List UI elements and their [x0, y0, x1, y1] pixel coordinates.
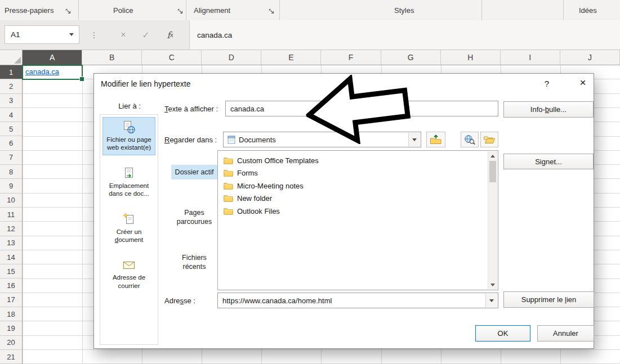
- remove-link-button[interactable]: Supprimer le lien: [503, 291, 594, 308]
- row-header[interactable]: 11: [0, 208, 22, 222]
- link-to-label: Lier à :: [110, 102, 149, 110]
- row-header[interactable]: 9: [0, 179, 22, 193]
- insert-function-button[interactable]: fx: [161, 20, 179, 50]
- confirm-entry-button[interactable]: ✓: [137, 20, 155, 50]
- formula-input[interactable]: canada.ca: [190, 20, 620, 50]
- file-list-scrollbar[interactable]: [488, 151, 497, 289]
- row-header[interactable]: 21: [0, 350, 22, 364]
- address-dropdown-button[interactable]: [485, 294, 497, 307]
- row-header[interactable]: 15: [0, 264, 22, 278]
- row-header[interactable]: 1: [0, 65, 22, 79]
- alignment-dialog-launcher-icon[interactable]: [269, 7, 275, 13]
- font-dialog-launcher-icon[interactable]: [177, 7, 184, 13]
- column-header-label: B: [109, 53, 114, 62]
- row-header[interactable]: 3: [0, 94, 22, 108]
- look-in-dropdown-button[interactable]: [408, 133, 420, 146]
- screentip-button[interactable]: Info-bulle...: [503, 101, 594, 118]
- nav-browsed-pages[interactable]: Pages parcourues: [171, 205, 217, 230]
- file-list-item[interactable]: Outlook Files: [218, 205, 488, 218]
- browse-web-button[interactable]: [461, 132, 479, 147]
- fill-handle[interactable]: [79, 77, 84, 82]
- row-header[interactable]: 8: [0, 165, 22, 179]
- dialog-title: Modifier le lien hypertexte: [101, 79, 191, 88]
- look-in-combobox[interactable]: Documents: [223, 132, 421, 147]
- scroll-down-button[interactable]: [488, 280, 497, 289]
- scroll-up-button[interactable]: [488, 151, 497, 160]
- ribbon-divider: [78, 0, 79, 20]
- cell-A1[interactable]: canada.ca: [22, 65, 83, 80]
- existing-file-or-webpage-icon: [122, 120, 136, 134]
- cell-A1-hyperlink[interactable]: canada.ca: [23, 66, 82, 78]
- file-list-item[interactable]: Forms: [218, 167, 488, 180]
- row-header[interactable]: 19: [0, 321, 22, 335]
- column-header[interactable]: G: [381, 50, 441, 65]
- row-header[interactable]: 13: [0, 236, 22, 250]
- browse-files-button[interactable]: [480, 132, 498, 147]
- row-header-label: 21: [7, 353, 15, 361]
- row-headers: 1 2 3 4 5 6 7 8 9 10 11 12 13 14 15: [0, 65, 23, 364]
- address-combobox[interactable]: [217, 293, 498, 308]
- file-list-item[interactable]: New folder: [218, 192, 488, 205]
- column-header[interactable]: I: [501, 50, 560, 65]
- up-one-folder-button[interactable]: [426, 132, 445, 147]
- row-header[interactable]: 10: [0, 194, 22, 208]
- file-list-item[interactable]: Micro-Meeting notes: [218, 179, 488, 192]
- column-header[interactable]: H: [441, 50, 501, 65]
- row-header[interactable]: 14: [0, 250, 22, 264]
- link-to-sidebar: Fichier ou page web existant(e) Emplacem…: [100, 114, 158, 345]
- ok-button[interactable]: OK: [475, 325, 530, 341]
- column-header[interactable]: J: [560, 50, 620, 65]
- column-header-label: J: [588, 53, 592, 62]
- row-header[interactable]: 16: [0, 278, 22, 293]
- column-headers: A B C D E F G H I J: [23, 50, 620, 65]
- link-type-create-document[interactable]: Créer un document: [102, 209, 155, 248]
- row-header[interactable]: 12: [0, 222, 22, 236]
- row-header[interactable]: 7: [0, 151, 22, 165]
- cancel-button[interactable]: Annuler: [537, 325, 594, 341]
- select-all-button[interactable]: [0, 50, 23, 65]
- file-name: New folder: [237, 194, 272, 203]
- clipboard-dialog-launcher-icon[interactable]: [65, 7, 72, 13]
- nav-recent-files[interactable]: Fichiers récents: [171, 250, 217, 275]
- row-header-label: 6: [9, 139, 13, 147]
- column-header[interactable]: B: [82, 50, 142, 65]
- ribbon-divider: [279, 0, 280, 20]
- ribbon-strip: Presse-papiers Police Alignement Styles …: [0, 0, 620, 21]
- name-box-dropdown-icon[interactable]: [69, 33, 74, 36]
- column-header-label: A: [50, 53, 55, 62]
- file-list-item[interactable]: Custom Office Templates: [218, 154, 488, 167]
- row-header[interactable]: 4: [0, 108, 22, 122]
- link-type-place-in-document[interactable]: Emplacement dans ce doc...: [102, 163, 155, 201]
- row-header[interactable]: 20: [0, 336, 22, 350]
- scrollbar-thumb[interactable]: [489, 161, 496, 182]
- documents-folder-icon: [228, 136, 235, 144]
- row-header[interactable]: 18: [0, 307, 22, 321]
- row-header-label: 18: [7, 310, 15, 318]
- link-type-existing-file[interactable]: Fichier ou page web existant(e): [102, 117, 155, 155]
- create-new-document-icon: [122, 213, 136, 226]
- row-header[interactable]: 2: [0, 79, 22, 93]
- row-header[interactable]: 5: [0, 122, 22, 136]
- bookmark-button[interactable]: Signet...: [503, 154, 594, 169]
- address-input[interactable]: [218, 296, 486, 305]
- link-type-email-address[interactable]: Adresse de courrier: [102, 255, 155, 293]
- nav-current-folder[interactable]: Dossier actif: [171, 165, 217, 179]
- select-all-triangle-icon: [14, 57, 21, 64]
- column-header[interactable]: D: [202, 50, 261, 65]
- row-header-label: 17: [7, 295, 15, 304]
- dialog-close-button[interactable]: ×: [576, 77, 590, 89]
- row-header[interactable]: 6: [0, 136, 22, 150]
- column-header[interactable]: A: [23, 50, 82, 65]
- cancel-entry-button[interactable]: ×: [114, 20, 132, 50]
- row-header[interactable]: 17: [0, 293, 22, 307]
- column-header[interactable]: C: [142, 50, 202, 65]
- column-header[interactable]: F: [321, 50, 381, 65]
- file-list-rows: Custom Office Templates Forms Mi: [218, 151, 488, 289]
- row-header-label: 20: [7, 338, 15, 347]
- column-header[interactable]: E: [261, 50, 321, 65]
- text-to-display-input[interactable]: [225, 101, 498, 116]
- name-box[interactable]: A1: [5, 25, 79, 44]
- row-header-label: 16: [7, 281, 15, 290]
- file-name: Forms: [237, 169, 258, 177]
- dialog-help-button[interactable]: ?: [541, 79, 553, 88]
